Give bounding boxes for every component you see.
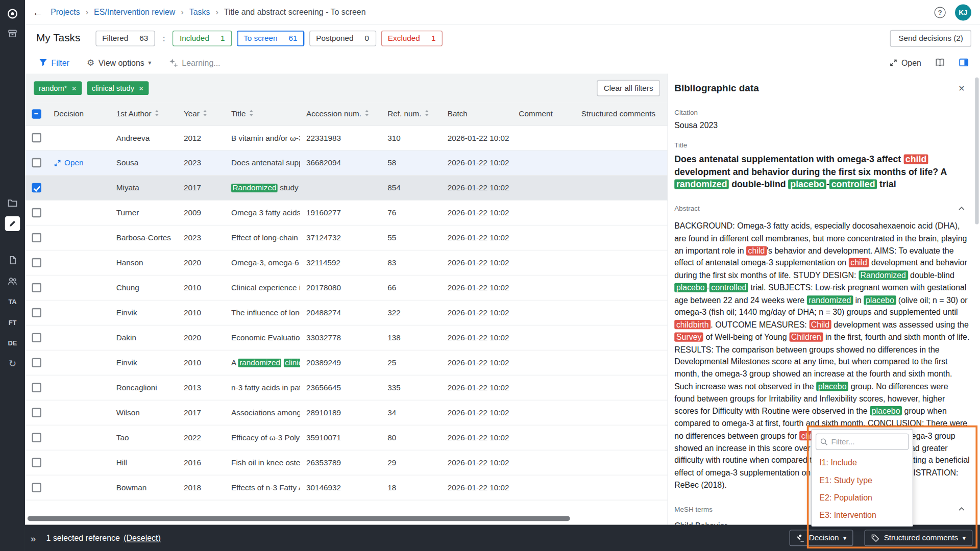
dropdown-item[interactable]: E2: Population <box>812 489 913 506</box>
learning-placeholder: Learning... <box>182 58 220 67</box>
table-row[interactable]: Einvik2010The influence of long-...20488… <box>25 300 668 325</box>
table-row[interactable]: Hill2016Fish oil in knee osteo...2635378… <box>25 450 668 475</box>
sort-icon[interactable] <box>249 109 254 118</box>
row-checkbox[interactable] <box>32 308 41 317</box>
tab-excluded[interactable]: Excluded1 <box>381 30 442 46</box>
table-row[interactable]: Andreeva2012B vitamin and/or ω-3 ...2233… <box>25 126 668 151</box>
people-icon[interactable] <box>0 270 25 291</box>
column-header-year[interactable]: Year <box>178 109 225 118</box>
screening-edit-icon[interactable] <box>0 213 25 234</box>
table-row[interactable]: Miyata2017Randomized study of ...8542026… <box>25 176 668 201</box>
open-fullscreen-button[interactable]: Open <box>890 58 921 67</box>
batch-cell: 2026-01-22 10:02 <box>441 133 512 142</box>
decision-dropdown: I1: IncludeE1: Study typeE2: PopulationE… <box>811 429 913 527</box>
sync-icon[interactable]: ↻ <box>0 353 25 373</box>
chevron-up-icon[interactable] <box>958 507 965 511</box>
row-checkbox[interactable] <box>32 233 41 242</box>
bib-title: Does antenatal supplementation with omeg… <box>674 153 970 190</box>
row-checkbox[interactable] <box>32 483 41 492</box>
decision-cell: Open <box>47 158 110 167</box>
back-arrow-icon[interactable]: ← <box>33 6 43 18</box>
row-checkbox[interactable] <box>32 133 41 142</box>
table-row[interactable]: Turner2009Omega 3 fatty acids (f...19160… <box>25 201 668 226</box>
table-row[interactable]: Chung2010Clinical experience in ...20178… <box>25 276 668 300</box>
reading-mode-button[interactable] <box>935 58 945 68</box>
learning-input[interactable]: Learning... <box>169 58 220 67</box>
row-checkbox[interactable] <box>32 183 41 192</box>
tab-included[interactable]: Included1 <box>173 30 232 46</box>
sort-icon[interactable] <box>364 109 370 118</box>
column-header-title[interactable]: Title <box>225 109 300 118</box>
archive-icon[interactable] <box>0 23 25 43</box>
table-row[interactable]: Einvik2010A randomized clinical 20389249… <box>25 350 668 375</box>
table-row[interactable]: OpenSousa2023Does antenatal suppl...3668… <box>25 151 668 176</box>
row-checkbox[interactable] <box>32 458 41 467</box>
row-checkbox[interactable] <box>32 383 41 392</box>
column-header-1st-author[interactable]: 1st Author <box>110 109 178 118</box>
row-checkbox[interactable] <box>32 333 41 342</box>
accession-cell: 20389249 <box>300 358 381 367</box>
ref-num-cell: 854 <box>381 183 442 192</box>
row-checkbox[interactable] <box>32 208 41 217</box>
filter-button[interactable]: Filter <box>39 58 69 67</box>
sidebar-item-ta[interactable]: TA <box>8 291 16 312</box>
app-logo-icon[interactable] <box>0 5 25 23</box>
breadcrumb-item[interactable]: ES/Intervention review <box>94 8 175 17</box>
column-header-ref-num[interactable]: Ref. num. <box>381 109 442 118</box>
send-decisions-button[interactable]: Send decisions (2) <box>890 30 971 46</box>
layout-toggle-button[interactable] <box>959 58 969 68</box>
tab-to-screen[interactable]: To screen61 <box>237 30 304 46</box>
table-row[interactable]: Tao2022Efficacy of ω-3 Polyun...35910071… <box>25 425 668 450</box>
sidebar-item-ft[interactable]: FT <box>9 312 17 332</box>
open-reference-button[interactable]: Open <box>54 158 110 167</box>
table-row[interactable]: Barbosa-Cortes2023Effect of long-chain o… <box>25 226 668 251</box>
sort-icon[interactable] <box>155 109 160 118</box>
breadcrumb-item[interactable]: Tasks <box>189 8 210 17</box>
table-row[interactable]: Bowman2018Effects of n-3 Fatty Ac...3014… <box>25 475 668 500</box>
row-checkbox[interactable] <box>32 433 41 442</box>
column-header-accession-num[interactable]: Accession num. <box>300 109 381 118</box>
dropdown-filter[interactable] <box>816 434 909 450</box>
dropdown-item[interactable]: E3: Intervention <box>812 506 913 523</box>
tab-filtered[interactable]: Filtered63 <box>95 30 155 46</box>
dropdown-item[interactable]: E1: Study type <box>812 471 913 488</box>
structured-comments-button[interactable]: Structured comments ▾ <box>865 530 973 546</box>
collapse-panel-button[interactable]: » <box>25 533 41 543</box>
sidebar-item-de[interactable]: DE <box>8 332 17 353</box>
chip-remove-icon[interactable]: ✕ <box>139 85 144 91</box>
chip-remove-icon[interactable]: ✕ <box>71 85 77 91</box>
help-icon[interactable]: ? <box>935 7 946 18</box>
filter-chip[interactable]: random*✕ <box>34 81 82 95</box>
folder-icon[interactable] <box>0 192 25 213</box>
sort-icon[interactable] <box>203 109 208 118</box>
close-icon[interactable]: ✕ <box>958 83 965 92</box>
row-checkbox[interactable] <box>32 358 41 367</box>
filter-chips: random*✕clinical study✕ <box>34 81 149 95</box>
table-row[interactable]: Dakin2020Economic Evaluation ...33032778… <box>25 325 668 350</box>
table-row[interactable]: Wilson2017Associations among ...28910189… <box>25 400 668 425</box>
view-options-button[interactable]: ⚙ View options ▾ <box>87 58 151 68</box>
decision-button[interactable]: Decision ▾ <box>790 530 853 546</box>
vertical-scrollbar[interactable] <box>975 78 978 224</box>
title-cell: Economic Evaluation ... <box>225 333 300 342</box>
table-row[interactable]: Hanson2020Omega-3, omega-6 a...321145928… <box>25 251 668 276</box>
horizontal-scrollbar[interactable] <box>28 516 570 521</box>
dropdown-item[interactable]: I1: Include <box>812 454 913 471</box>
row-checkbox[interactable] <box>32 408 41 417</box>
row-checkbox[interactable] <box>32 158 41 167</box>
sort-icon[interactable] <box>425 109 430 118</box>
select-all-checkbox[interactable] <box>32 109 41 118</box>
chevron-up-icon[interactable] <box>958 206 965 210</box>
avatar[interactable]: KJ <box>955 4 971 20</box>
row-checkbox[interactable] <box>32 283 41 292</box>
table-row[interactable]: Roncaglioni2013n-3 fatty acids in pati..… <box>25 375 668 400</box>
filter-chip[interactable]: clinical study✕ <box>87 81 149 95</box>
tab-postponed[interactable]: Postponed0 <box>309 30 376 46</box>
row-checkbox[interactable] <box>32 258 41 267</box>
document-icon[interactable] <box>0 250 25 270</box>
deselect-link[interactable]: (Deselect) <box>124 533 161 542</box>
row-checkbox-cell <box>25 283 47 292</box>
breadcrumb-item[interactable]: Projects <box>51 8 80 17</box>
clear-all-filters-button[interactable]: Clear all filters <box>597 80 660 96</box>
dropdown-filter-input[interactable] <box>831 437 904 446</box>
